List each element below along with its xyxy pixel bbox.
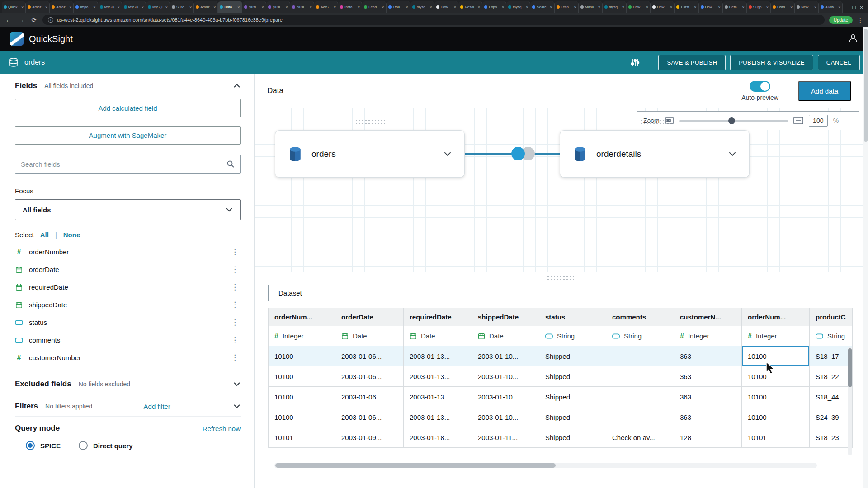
browser-update-button[interactable]: Update [829,16,853,24]
augment-sagemaker-button[interactable]: Augment with SageMaker [15,126,241,145]
table-vertical-scrollbar[interactable] [848,347,852,455]
tab-close-icon[interactable]: × [286,5,288,9]
tab-close-icon[interactable]: × [622,5,624,9]
table-cell[interactable]: Shipped [539,346,606,366]
quicksight-logo-icon[interactable] [10,32,24,46]
page-scrollbar[interactable] [863,27,868,488]
table-cell[interactable]: 2003-01-09... [335,427,404,448]
tab-close-icon[interactable]: × [550,5,552,9]
forward-icon[interactable]: → [17,16,25,23]
browser-tab[interactable]: Trou× [387,1,410,13]
field-menu-icon[interactable]: ⋮ [229,247,241,257]
tab-close-icon[interactable]: × [814,5,816,9]
spice-radio-option[interactable]: SPICE [26,441,61,450]
browser-tab[interactable]: plusl× [266,1,290,13]
table-cell[interactable]: 2003-01-13... [404,346,472,366]
tab-close-icon[interactable]: × [261,5,264,9]
table-cell[interactable]: Shipped [539,427,606,448]
table-cell[interactable]: 10100 [269,346,335,366]
column-type-cell[interactable]: Date [335,326,404,346]
table-cell[interactable]: 2003-01-10... [472,387,539,407]
add-data-button[interactable]: Add data [798,81,851,101]
tab-close-icon[interactable]: × [382,5,384,9]
column-type-cell[interactable]: Date [472,326,539,346]
column-type-cell[interactable]: #Integer [674,326,742,346]
browser-tab[interactable]: MySQ× [146,1,170,13]
browser-menu-icon[interactable]: ⋮ [857,16,863,23]
table-cell[interactable]: 2003-01-06... [335,387,404,407]
back-icon[interactable]: ← [5,16,13,23]
tab-close-icon[interactable]: × [237,5,240,9]
tab-close-icon[interactable]: × [213,5,216,9]
window-maximize-icon[interactable]: ▢ [852,5,856,10]
tab-close-icon[interactable]: × [838,5,840,9]
select-all-link[interactable]: All [40,231,49,239]
column-header[interactable]: productC [810,308,853,326]
publish-visualize-button[interactable]: PUBLISH & VISUALIZE [730,55,813,70]
browser-tab[interactable]: Allow× [819,1,843,13]
table-cell[interactable]: 2003-01-10... [472,346,539,366]
field-menu-icon[interactable]: ⋮ [229,265,241,274]
field-row-orderNumber[interactable]: #orderNumber⋮ [15,243,241,261]
drag-handle-dots[interactable] [355,119,385,125]
tab-close-icon[interactable]: × [502,5,504,9]
table-cell[interactable]: Shipped [539,366,606,387]
browser-tab[interactable]: plusl× [290,1,314,13]
tab-close-icon[interactable]: × [694,5,696,9]
focus-dropdown[interactable]: All fields [15,199,241,220]
add-filter-link[interactable]: Add filter [144,403,170,410]
direct-query-radio[interactable] [79,441,88,450]
browser-tab[interactable]: plusl× [242,1,266,13]
tab-close-icon[interactable]: × [742,5,745,9]
table-cell[interactable]: 2003-01-06... [335,407,404,427]
cancel-button[interactable]: CANCEL [818,55,860,70]
select-none-link[interactable]: None [63,231,80,239]
save-publish-button[interactable]: SAVE & PUBLISH [658,55,726,70]
table-cell[interactable]: S24_39 [810,407,853,427]
tab-close-icon[interactable]: × [142,5,144,9]
tab-close-icon[interactable]: × [598,5,600,9]
browser-tab[interactable]: Insta× [338,1,362,13]
tab-close-icon[interactable]: × [189,5,192,9]
drag-handle-dots[interactable] [640,119,670,125]
table-cell[interactable]: 10100 [269,366,335,387]
browser-tab[interactable]: S Be× [170,1,194,13]
column-type-cell[interactable]: #Integer [742,326,810,346]
table-cell[interactable]: Shipped [539,407,606,427]
browser-tab[interactable]: mysq× [506,1,530,13]
browser-tab[interactable]: I can× [771,1,795,13]
browser-tab[interactable]: Amaz× [50,1,74,13]
table-cell[interactable]: 2003-01-10... [472,407,539,427]
table-cell[interactable]: 10100 [742,387,810,407]
page-scroll-thumb[interactable] [864,29,868,142]
table-cell[interactable]: 363 [674,407,742,427]
node-menu-chevron-icon[interactable] [443,151,452,156]
excluded-expand-icon[interactable] [233,382,241,386]
filters-section[interactable]: Filters No filters applied Add filter [15,394,241,411]
user-menu[interactable] [848,33,858,45]
field-menu-icon[interactable]: ⋮ [229,282,241,292]
tab-close-icon[interactable]: × [790,5,793,9]
dataset-tab[interactable]: Dataset [268,285,312,301]
tab-close-icon[interactable]: × [526,5,528,9]
table-cell[interactable]: 363 [674,346,742,366]
browser-tab[interactable]: AWS× [314,1,338,13]
table-cell[interactable]: 10100 [742,407,810,427]
auto-preview-toggle[interactable] [750,81,770,92]
table-cell[interactable]: S18_44 [810,387,853,407]
site-info-icon[interactable]: i [48,17,53,23]
column-header[interactable]: customerN... [674,308,742,326]
browser-tab[interactable]: Supp× [747,1,771,13]
browser-tab[interactable]: mysq× [410,1,434,13]
table-cell[interactable]: 10100 [269,387,335,407]
direct-query-radio-option[interactable]: Direct query [79,441,133,450]
browser-tab[interactable]: How× [627,1,651,13]
table-cell[interactable] [606,366,674,387]
column-type-cell[interactable]: #Integer [269,326,335,346]
tab-close-icon[interactable]: × [766,5,769,9]
table-cell[interactable]: 10101 [269,427,335,448]
table-cell[interactable]: 2003-01-11... [472,427,539,448]
table-cell[interactable]: 363 [674,366,742,387]
browser-tab[interactable]: New× [795,1,819,13]
tab-close-icon[interactable]: × [21,5,24,9]
